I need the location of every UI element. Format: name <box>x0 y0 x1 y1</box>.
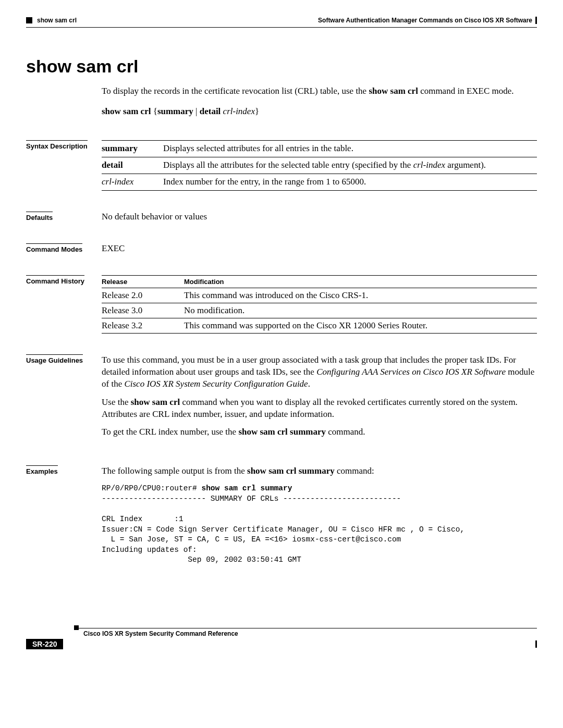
history-release: Release 3.0 <box>102 303 184 318</box>
history-header-release: Release <box>102 275 184 288</box>
table-row: crl-index Index number for the entry, in… <box>102 174 537 190</box>
command-title: show sam crl <box>26 56 537 77</box>
history-mod: This command was supported on the Cisco … <box>184 318 537 333</box>
syntax-line: show sam crl {summary | detail crl-index… <box>102 106 537 117</box>
example-prompt: RP/0/RP0/CPU0:router# <box>102 484 201 492</box>
table-row: Release 2.0 This command was introduced … <box>102 288 537 303</box>
syn-kw: detail <box>102 160 123 170</box>
syn-kw: summary <box>102 143 138 153</box>
syntax-summary: summary <box>157 106 193 116</box>
usage-bold: show sam crl summary <box>238 427 326 437</box>
intro-post: command in EXEC mode. <box>418 86 514 96</box>
table-row: Release 3.0 No modification. <box>102 303 537 318</box>
section-label-examples: Examples <box>26 465 58 475</box>
intro-bold: show sam crl <box>369 86 418 96</box>
usage-text: Use the <box>102 397 131 407</box>
syn-desc-it: crl-index <box>413 160 445 170</box>
usage-text: command. <box>326 427 365 437</box>
header-marker-icon <box>26 17 32 23</box>
header-bar-icon <box>535 17 537 24</box>
examples-text: The following sample output is from the <box>102 466 247 476</box>
usage-italic: Cisco IOS XR System Security Configurati… <box>124 379 308 389</box>
syntax-close: } <box>255 106 259 116</box>
header-breadcrumb: show sam crl <box>37 17 77 24</box>
usage-text: . <box>308 379 310 389</box>
history-header-mod: Modification <box>184 275 537 288</box>
table-row: Release 3.2 This command was supported o… <box>102 318 537 333</box>
usage-p2: Use the show sam crl command when you wa… <box>102 397 537 421</box>
header-rule <box>26 27 537 28</box>
header-chapter: Software Authentication Manager Commands… <box>318 17 532 24</box>
section-label-defaults: Defaults <box>26 212 53 221</box>
usage-p3: To get the CRL index number, use the sho… <box>102 426 537 438</box>
command-modes-text: EXEC <box>102 243 125 253</box>
history-mod: This command was introduced on the Cisco… <box>184 288 537 303</box>
table-row: detail Displays all the attributes for t… <box>102 157 537 174</box>
section-label-syntax: Syntax Description <box>26 140 88 150</box>
example-output: ----------------------- SUMMARY OF CRLs … <box>102 495 464 564</box>
syntax-bar: | <box>193 106 200 116</box>
syn-desc: Displays selected attributes for all ent… <box>163 143 353 153</box>
example-code-block: RP/0/RP0/CPU0:router# show sam crl summa… <box>102 484 537 565</box>
usage-p1: To use this command, you must be in a us… <box>102 354 537 390</box>
section-label-modes: Command Modes <box>26 243 82 253</box>
examples-lead: The following sample output is from the … <box>102 465 537 477</box>
history-release: Release 3.2 <box>102 318 184 333</box>
section-label-history: Command History <box>26 275 84 285</box>
usage-bold: show sam crl <box>131 397 180 407</box>
syntax-arg: crl-index <box>223 106 255 116</box>
syn-desc-post: argument). <box>445 160 486 170</box>
syn-desc: Index number for the entry, in the range… <box>163 177 366 187</box>
syntax-cmd: show sam crl <box>102 106 151 116</box>
syntax-detail-kw: detail <box>200 106 221 116</box>
syn-desc-pre: Displays all the attributes for the sele… <box>163 160 413 170</box>
examples-text: command: <box>335 466 374 476</box>
table-header-row: Release Modification <box>102 275 537 288</box>
examples-bold: show sam crl summary <box>247 466 335 476</box>
usage-italic: Configuring AAA Services on Cisco IOS XR… <box>316 367 506 377</box>
footer-marker-icon <box>74 625 79 630</box>
syntax-description-table: summary Displays selected attributes for… <box>102 140 537 191</box>
footer: Cisco IOS XR System Security Command Ref… <box>26 628 537 649</box>
syntax-open: { <box>151 106 157 116</box>
history-release: Release 2.0 <box>102 288 184 303</box>
footer-book-title: Cisco IOS XR System Security Command Ref… <box>83 628 537 637</box>
defaults-text: No default behavior or values <box>102 212 207 221</box>
footer-tick-icon <box>535 640 537 648</box>
section-label-usage: Usage Guidelines <box>26 354 83 364</box>
intro-pre: To display the records in the certificat… <box>102 86 369 96</box>
history-mod: No modification. <box>184 303 537 318</box>
command-history-table: Release Modification Release 2.0 This co… <box>102 275 537 334</box>
usage-text: To get the CRL index number, use the <box>102 427 238 437</box>
syn-kw: crl-index <box>102 177 133 187</box>
page-header: show sam crl Software Authentication Man… <box>26 17 537 24</box>
intro-paragraph: To display the records in the certificat… <box>102 85 537 97</box>
page-number: SR-220 <box>26 639 63 649</box>
table-row: summary Displays selected attributes for… <box>102 140 537 157</box>
example-prompt-cmd: show sam crl summary <box>201 484 292 492</box>
